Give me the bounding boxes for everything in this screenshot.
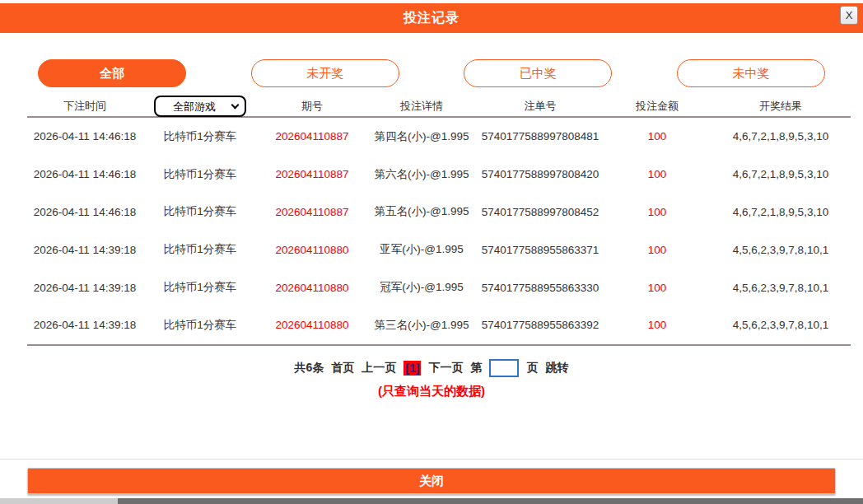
cell-game: 比特币1分赛车: [142, 204, 258, 219]
cell-order-no: 5740177588955863330: [477, 282, 604, 294]
cell-detail: 第三名(小)-@1.995: [366, 318, 477, 333]
cell-game: 比特币1分赛车: [142, 280, 258, 295]
header-order-no: 注单号: [477, 99, 604, 114]
footer-divider: [0, 459, 863, 460]
header-amount: 投注金额: [604, 99, 711, 114]
cell-detail: 亚军(小)-@1.995: [366, 242, 477, 257]
pagination-jump-suffix: 页: [526, 361, 538, 376]
table-row: 2026-04-11 14:39:18 比特币1分赛车 202604110880…: [27, 268, 851, 306]
cell-order-no: 5740177588997808481: [477, 130, 604, 142]
table-header-row: 下注时间 全部游戏 期号 投注详情 注单号 投注金额 开奖结果: [27, 96, 851, 118]
game-filter-select[interactable]: 全部游戏: [154, 96, 246, 117]
cell-order-no: 5740177588997808452: [477, 206, 604, 218]
table-body: 2026-04-11 14:46:18 比特币1分赛车 202604110887…: [27, 118, 851, 346]
cell-bet-time: 2026-04-11 14:39:18: [27, 319, 142, 331]
cell-issue: 202604110887: [258, 206, 366, 218]
cell-order-no: 5740177588955863392: [477, 319, 604, 331]
pagination-total: 共6条: [295, 361, 324, 376]
cell-issue: 202604110880: [258, 244, 366, 256]
cell-issue: 202604110887: [258, 168, 366, 180]
betting-records-modal: 投注记录 X 全部 未开奖 已中奖 未中奖 下注时间 全部游戏 期号 投注详情 …: [0, 0, 863, 504]
cell-detail: 第五名(小)-@1.995: [366, 204, 477, 219]
table-row: 2026-04-11 14:46:18 比特币1分赛车 202604110887…: [27, 118, 851, 156]
cell-issue: 202604110887: [258, 130, 366, 142]
cell-detail: 第六名(小)-@1.995: [366, 167, 477, 182]
filter-undrawn-button[interactable]: 未开奖: [251, 59, 399, 87]
filter-all-button[interactable]: 全部: [38, 59, 186, 87]
header-bet-time: 下注时间: [27, 99, 142, 114]
cell-result: 4,5,6,2,3,9,7,8,10,1: [711, 244, 851, 256]
header-issue: 期号: [258, 99, 366, 114]
records-table: 下注时间 全部游戏 期号 投注详情 注单号 投注金额 开奖结果 2026-04-…: [27, 96, 851, 346]
cell-bet-time: 2026-04-11 14:39:18: [27, 282, 142, 294]
cell-result: 4,5,6,2,3,9,7,8,10,1: [711, 319, 851, 331]
cell-amount: 100: [604, 319, 711, 331]
scrollbar-thumb[interactable]: [118, 498, 863, 504]
table-row: 2026-04-11 14:46:18 比特币1分赛车 202604110887…: [27, 156, 851, 194]
cell-order-no: 5740177588955863371: [477, 244, 604, 256]
cell-amount: 100: [604, 244, 711, 256]
cell-result: 4,5,6,2,3,9,7,8,10,1: [711, 282, 851, 294]
filter-tabs: 全部 未开奖 已中奖 未中奖: [38, 59, 825, 87]
cell-game: 比特币1分赛车: [142, 167, 258, 182]
cell-game: 比特币1分赛车: [142, 242, 258, 257]
filter-won-button[interactable]: 已中奖: [464, 59, 612, 87]
header-result: 开奖结果: [711, 99, 851, 114]
cell-amount: 100: [604, 168, 711, 180]
game-filter: 全部游戏: [142, 96, 258, 117]
pagination-prev-link[interactable]: 上一页: [362, 361, 396, 376]
table-row: 2026-04-11 14:39:18 比特币1分赛车 202604110880…: [27, 231, 851, 268]
close-button[interactable]: 关闭: [27, 468, 836, 494]
modal-title: 投注记录: [404, 10, 459, 27]
cell-result: 4,6,7,2,1,8,9,5,3,10: [711, 206, 851, 218]
cell-amount: 100: [604, 130, 711, 142]
pagination-next-link[interactable]: 下一页: [428, 361, 463, 376]
cell-bet-time: 2026-04-11 14:46:18: [27, 130, 142, 142]
pagination-jump-button[interactable]: 跳转: [545, 361, 568, 376]
cell-bet-time: 2026-04-11 14:46:18: [27, 206, 142, 218]
cell-bet-time: 2026-04-11 14:46:18: [27, 168, 142, 180]
cell-game: 比特币1分赛车: [142, 318, 258, 333]
pagination-first-link[interactable]: 首页: [331, 361, 354, 376]
table-row: 2026-04-11 14:46:18 比特币1分赛车 202604110887…: [27, 194, 851, 231]
cell-amount: 100: [604, 282, 711, 294]
cell-detail: 冠军(小)-@1.995: [366, 280, 477, 295]
pagination: 共6条 首页 上一页 [1] 下一页 第 页 跳转: [0, 357, 863, 379]
close-icon[interactable]: X: [840, 6, 858, 25]
cell-order-no: 5740177588997808420: [477, 168, 604, 180]
table-row: 2026-04-11 14:39:18 比特币1分赛车 202604110880…: [27, 306, 851, 344]
horizontal-scrollbar[interactable]: [0, 498, 863, 504]
cell-result: 4,6,7,2,1,8,9,5,3,10: [711, 168, 851, 180]
cell-bet-time: 2026-04-11 14:39:18: [27, 244, 142, 256]
header-detail: 投注详情: [366, 99, 477, 114]
cell-game: 比特币1分赛车: [142, 129, 258, 144]
page-jump-input[interactable]: [489, 359, 519, 377]
cell-result: 4,6,7,2,1,8,9,5,3,10: [711, 130, 851, 142]
cell-detail: 第四名(小)-@1.995: [366, 129, 477, 144]
pagination-current-page: [1]: [404, 361, 421, 376]
today-only-note: (只查询当天的数据): [0, 384, 863, 399]
modal-titlebar: 投注记录: [0, 3, 863, 33]
filter-lost-button[interactable]: 未中奖: [677, 59, 825, 87]
cell-amount: 100: [604, 206, 711, 218]
cell-issue: 202604110880: [258, 319, 366, 331]
pagination-jump-prefix: 第: [470, 361, 482, 376]
cell-issue: 202604110880: [258, 282, 366, 294]
